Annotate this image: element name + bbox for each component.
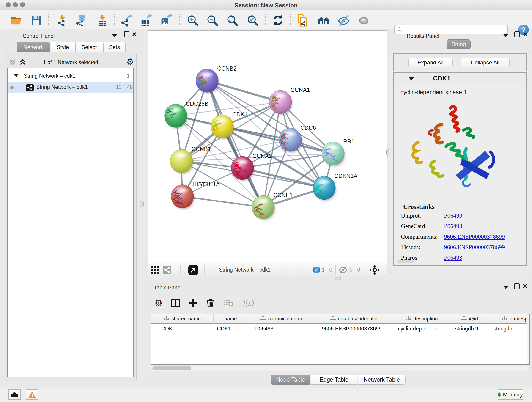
column-header-canonical-name[interactable]: canonical name (248, 314, 316, 324)
tab-network[interactable]: Network (17, 42, 50, 52)
tab-string[interactable]: String (447, 39, 471, 49)
column-header-shared-name[interactable]: shared name (151, 314, 214, 324)
expand-all-button[interactable]: Expand All (408, 58, 453, 67)
crosslink-value-link[interactable]: P06493 (444, 223, 462, 230)
control-panel-close-icon[interactable]: ✕ (132, 31, 137, 38)
show-all-button[interactable] (357, 14, 370, 27)
column-header--id[interactable]: @id (450, 314, 489, 324)
node-CDC25B[interactable]: CDC25B (159, 100, 209, 129)
results-gene-panel: CDK1 cyclin-dependent kinase 1 CrossLink… (393, 72, 526, 266)
import-network-from-database-button[interactable] (75, 14, 88, 27)
function-builder-button[interactable]: f(x) (238, 297, 259, 309)
network-column-icon (164, 316, 169, 322)
birds-eye-icon[interactable] (370, 265, 380, 275)
protein-structure-image (405, 101, 497, 193)
table-row[interactable]: CDK1CDK1P064939606.ENSP00000378699cyclin… (151, 324, 530, 333)
import-network-from-file-button[interactable] (56, 14, 69, 27)
gene-collapse-icon[interactable] (408, 77, 414, 80)
add-column-button[interactable] (187, 297, 199, 309)
node-CDKN1A[interactable]: CDKN1A (312, 172, 357, 202)
tab-sets[interactable]: Sets (103, 42, 126, 52)
grid-view-icon[interactable] (151, 266, 159, 274)
hide-selected-button[interactable] (337, 14, 350, 27)
export-table-button[interactable] (140, 14, 152, 27)
results-panel-close-icon[interactable]: ✕ (523, 31, 528, 38)
fx-icon: f(x) (243, 299, 254, 307)
first-neighbors-button[interactable] (317, 14, 330, 27)
results-hscrollbar-thumb[interactable] (397, 260, 414, 263)
selected-counts: 1 - 0 (322, 267, 332, 273)
tab-select[interactable]: Select (75, 42, 103, 52)
open-session-button[interactable] (10, 14, 22, 27)
tab-edge-table[interactable]: Edge Table (311, 375, 357, 385)
cell-4[interactable]: cyclin-dependent ... (393, 324, 450, 333)
network-view-icon[interactable] (163, 266, 171, 274)
network-options-gear-icon[interactable]: ⚙ (126, 57, 134, 66)
refresh-view-button[interactable] (272, 14, 284, 27)
delete-column-button[interactable] (204, 297, 216, 309)
import-table-from-file-button[interactable] (96, 14, 109, 27)
selected-checkbox-icon[interactable]: ✓ (313, 267, 320, 273)
export-network-button[interactable] (120, 14, 133, 27)
zoom-selected-button[interactable] (246, 14, 259, 27)
crosslink-value-link[interactable]: P06493 (444, 254, 462, 261)
toolbar-separator (48, 14, 49, 26)
hidden-eye-icon (338, 267, 348, 274)
column-label: description (413, 316, 438, 322)
crosslink-value-link[interactable]: P06493 (444, 212, 462, 219)
delete-table-button[interactable] (223, 297, 234, 309)
column-header-description[interactable]: description (393, 314, 450, 324)
network-row-selected[interactable]: String Network – cdk1 11 48 (8, 82, 133, 93)
network-node-count: 11 (116, 84, 121, 90)
column-header-name[interactable]: name (214, 314, 248, 324)
new-network-from-selection-button[interactable] (297, 14, 309, 27)
left-splitter-handle[interactable] (140, 201, 144, 207)
fit-content-button[interactable] (226, 14, 239, 27)
results-panel-float-icon[interactable] (514, 31, 520, 37)
network-canvas[interactable]: CCNB2CCNA1CDC25BCDK1CDC6RB1CCNB1CCNA2CDK… (148, 31, 387, 263)
table-vscrollbar[interactable] (526, 314, 529, 364)
cell-6[interactable]: stringdb (489, 324, 530, 333)
table-options-button[interactable]: ⚙ (152, 297, 165, 309)
collection-expand-icon[interactable] (14, 74, 19, 77)
zoom-out-button[interactable] (206, 14, 219, 27)
column-header-namespace[interactable]: namespace (489, 314, 530, 324)
column-header-database-identifier[interactable]: database identifier (316, 314, 393, 324)
edge-HIST1H1A-CCNE1[interactable] (182, 196, 263, 207)
show-columns-button[interactable] (170, 297, 181, 309)
tab-network-table[interactable]: Network Table (358, 375, 405, 385)
cell-2[interactable]: P06493 (248, 324, 316, 333)
collapse-all-button[interactable]: Collapse All (461, 58, 510, 67)
table-panel-float-icon[interactable] (514, 283, 520, 289)
gene-header[interactable]: CDK1 (394, 73, 526, 84)
right-splitter-handle[interactable] (386, 149, 389, 156)
crosslink-value-link[interactable]: 9606.ENSP00000378699 (444, 233, 505, 240)
crosslink-value-link[interactable]: 9606.ENSP00000378699 (444, 244, 505, 250)
control-panel-float-icon[interactable] (124, 31, 129, 37)
export-table-icon (140, 14, 152, 27)
control-panel-collapse-icon[interactable] (112, 34, 117, 37)
table-hscrollbar-thumb[interactable] (152, 366, 191, 370)
node-CCNB2[interactable]: CCNB2 (196, 65, 237, 97)
node-RB1[interactable]: RB1 (322, 138, 355, 167)
tab-style[interactable]: Style (51, 42, 75, 52)
cell-5[interactable]: stringdb:9... (450, 324, 489, 333)
export-image-button[interactable] (160, 14, 173, 27)
save-session-button[interactable] (30, 14, 43, 27)
tab-node-table[interactable]: Node Table (271, 375, 310, 385)
cell-1[interactable]: CDK1 (214, 324, 248, 333)
table-panel-collapse-icon[interactable] (503, 286, 509, 289)
cell-3[interactable]: 9606.ENSP00000378699 (316, 324, 393, 333)
cell-0[interactable]: CDK1 (151, 324, 214, 333)
bottom-splitter-handle[interactable] (335, 277, 341, 280)
results-panel-collapse-icon[interactable] (503, 34, 508, 37)
detach-view-icon[interactable] (188, 265, 198, 275)
network-collection-row[interactable]: String Network – cdk1 1 (8, 71, 133, 82)
zoom-in-button[interactable] (186, 14, 199, 27)
memory-button[interactable]: Memory (498, 389, 523, 400)
node-HIST1H1A[interactable]: HIST1H1A (171, 181, 220, 211)
table-hscrollbar[interactable] (151, 366, 530, 371)
warnings-button[interactable] (26, 389, 38, 400)
table-panel-close-icon[interactable]: ✕ (522, 283, 528, 290)
cloud-status-button[interactable] (8, 389, 21, 400)
